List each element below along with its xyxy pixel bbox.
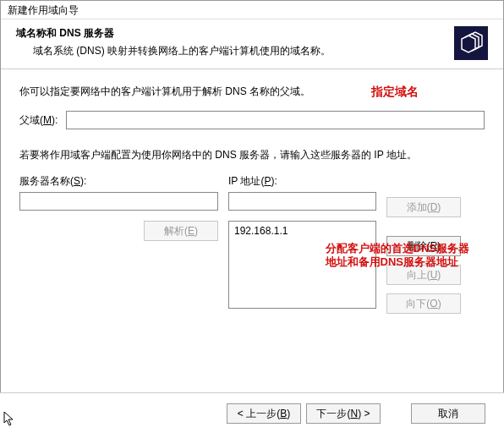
ip-input[interactable] [228, 192, 376, 211]
next-button[interactable]: 下一步(N) > [306, 403, 381, 424]
server-name-input[interactable] [19, 192, 218, 211]
window-title: 新建作用域向导 [8, 4, 79, 16]
resolve-button[interactable]: 解析(E) [144, 221, 218, 241]
add-button[interactable]: 添加(D) [386, 197, 461, 217]
cancel-button[interactable]: 取消 [411, 403, 485, 424]
server-name-label: 服务器名称(S): [19, 174, 218, 189]
dns-instruction: 若要将作用域客户端配置为使用你网络中的 DNS 服务器，请输入这些服务器的 IP… [19, 148, 485, 162]
back-button[interactable]: < 上一步(B) [227, 403, 301, 424]
ip-label: IP 地址(P): [228, 174, 376, 189]
down-button[interactable]: 向下(O) [386, 293, 461, 314]
wizard-window: 新建作用域向导 域名称和 DNS 服务器 域名系统 (DNS) 映射并转换网络上… [0, 0, 504, 433]
folder-stack-icon [454, 26, 488, 60]
annotation-dns-address: 分配客户端的首选DNS服务器 地址和备用DNS服务器地址 [326, 242, 469, 270]
header: 域名称和 DNS 服务器 域名系统 (DNS) 映射并转换网络上的客户端计算机使… [1, 19, 503, 69]
header-subtitle: 域名系统 (DNS) 映射并转换网络上的客户端计算机使用的域名称。 [33, 44, 446, 58]
header-text: 域名称和 DNS 服务器 域名系统 (DNS) 映射并转换网络上的客户端计算机使… [16, 26, 446, 60]
server-name-column: 服务器名称(S): 解析(E) [19, 174, 218, 314]
parent-domain-row: 父域(M): [19, 111, 485, 129]
header-title: 域名称和 DNS 服务器 [16, 26, 446, 41]
content-area: 指定域名 你可以指定要网络中的客户端计算机用于解析 DNS 名称的父域。 父域(… [1, 69, 503, 322]
footer: < 上一步(B) 下一步(N) > 取消 [0, 392, 504, 433]
parent-domain-label: 父域(M): [19, 113, 58, 128]
annotation-specify-domain: 指定域名 [371, 85, 419, 100]
titlebar: 新建作用域向导 [1, 1, 503, 19]
list-item[interactable]: 192.168.1.1 [234, 225, 370, 237]
parent-domain-input[interactable] [66, 111, 485, 129]
